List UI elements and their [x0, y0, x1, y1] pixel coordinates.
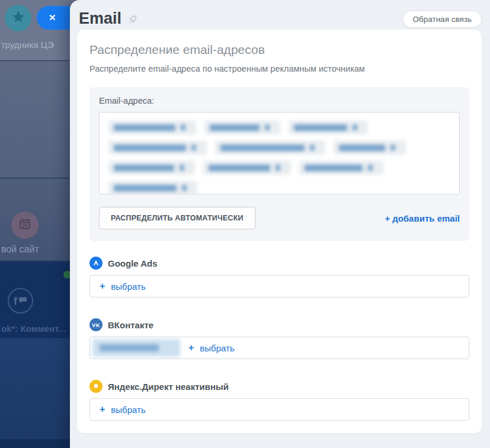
source-header: VK ВКонтакте [89, 318, 469, 331]
source-name: Google Ads [108, 258, 158, 268]
redacted-email-chip[interactable] [215, 140, 325, 155]
vkontakte-select-input[interactable]: + выбрать [89, 337, 469, 359]
redacted-email-chip[interactable] [289, 120, 368, 135]
google-ads-select-input[interactable]: + выбрать [89, 275, 469, 297]
favorites-button[interactable] [5, 5, 31, 31]
google-ads-icon [89, 257, 103, 270]
vkontakte-icon: VK [89, 318, 103, 331]
sidebar-section [0, 338, 78, 439]
redacted-email-chip[interactable] [108, 120, 196, 135]
redacted-email-chip[interactable] [108, 140, 207, 155]
sidebar: ✕ трудника ЦЭ 24 вой сайт f ok*: Коммен [0, 0, 78, 448]
actions-row: РАСПРЕДЕЛИТЬ АВТОМАТИЧЕСКИ +добавить ema… [99, 207, 460, 229]
email-addresses-box: Email-адреса: РАСПРЕДЕЛИТЬ АВТОМАТИЧЕСКИ… [89, 87, 469, 241]
card-subtitle: Распределите email-адреса по настроенным… [89, 64, 469, 73]
redacted-email-chip[interactable] [203, 161, 291, 175]
distribution-card: Распределение email-адресов Распределите… [77, 30, 482, 433]
sidebar-section [0, 61, 78, 178]
close-icon: ✕ [49, 12, 56, 23]
page-title: Email [79, 9, 121, 28]
source-vkontakte: VK ВКонтакте + выбрать [89, 318, 469, 359]
select-link[interactable]: + выбрать [100, 404, 146, 415]
plus-icon: + [385, 213, 390, 223]
add-email-link[interactable]: +добавить email [385, 213, 460, 223]
redacted-email-chip[interactable] [108, 161, 195, 175]
email-chips-input[interactable] [99, 112, 460, 194]
panel-header: Email Обратная связь [70, 0, 490, 30]
calendar-icon: 24 [18, 217, 32, 233]
redacted-email-chip[interactable] [204, 120, 280, 135]
yandex-direct-icon [89, 380, 103, 393]
sidebar-site-label: вой сайт [1, 244, 39, 255]
source-google-ads: Google Ads + выбрать [89, 257, 469, 297]
divider [0, 178, 78, 178]
sidebar-label-truncated: трудника ЦЭ [1, 40, 54, 50]
email-addresses-label: Email-адреса: [99, 96, 460, 105]
redacted-email-chip[interactable] [299, 161, 383, 175]
facebook-comment-icon: f [14, 295, 27, 308]
calendar-button[interactable]: 24 [11, 212, 39, 239]
plus-icon: + [100, 281, 105, 292]
source-header: Яндекс.Директ неактивный [89, 380, 469, 393]
redacted-email-chip[interactable] [92, 339, 180, 357]
redacted-email-chip[interactable] [334, 140, 406, 155]
yandex-direct-select-input[interactable]: + выбрать [89, 398, 469, 421]
email-panel: Email Обратная связь Распределение email… [70, 0, 490, 448]
source-header: Google Ads [89, 257, 469, 270]
sidebar-bottom-strip [0, 439, 78, 448]
plus-icon: + [188, 343, 194, 353]
select-link[interactable]: + выбрать [100, 281, 146, 292]
divider [0, 261, 78, 261]
select-link[interactable]: + выбрать [188, 343, 235, 353]
screen: ✕ трудника ЦЭ 24 вой сайт f ok*: Коммен [0, 0, 490, 448]
facebook-comments-button[interactable]: f [8, 288, 33, 313]
pin-icon[interactable] [127, 14, 138, 27]
star-icon [11, 9, 26, 27]
source-yandex-direct: Яндекс.Директ неактивный + выбрать [89, 380, 469, 421]
distribute-automatically-button[interactable]: РАСПРЕДЕЛИТЬ АВТОМАТИЧЕСКИ [99, 207, 255, 229]
card-title: Распределение email-адресов [89, 43, 469, 57]
source-name: Яндекс.Директ неактивный [108, 382, 229, 392]
feedback-button[interactable]: Обратная связь [403, 11, 482, 28]
plus-icon: + [100, 404, 105, 415]
svg-text:24: 24 [23, 223, 28, 228]
divider [0, 60, 78, 61]
sidebar-facebook-label: ok*: Коммент... [1, 324, 66, 334]
source-name: ВКонтакте [108, 320, 153, 330]
redacted-email-chip[interactable] [108, 181, 197, 194]
